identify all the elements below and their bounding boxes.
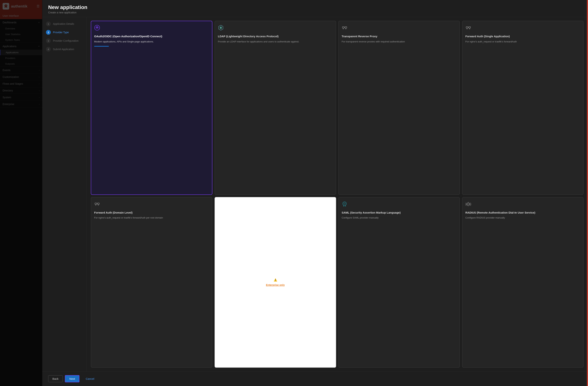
- step-3-label: Provider Configuration: [53, 39, 79, 42]
- step-2-label: Provider Type: [53, 31, 69, 34]
- svg-rect-15: [95, 203, 97, 204]
- ldap-name: LDAP (Lightweight Directory Access Proto…: [218, 35, 333, 38]
- transparent-proxy-desc: For transparent reverse proxies with req…: [342, 40, 457, 43]
- red-accent-bar: [587, 0, 588, 386]
- saml-name: SAML (Security Assertion Markup Language…: [342, 211, 457, 214]
- forward-auth-single-desc: For nginx's auth_request or traefik's fo…: [465, 40, 580, 43]
- dialog-header: New application Create a new application: [42, 0, 588, 17]
- svg-point-20: [468, 204, 469, 204]
- dialog-overlay: New application Create a new application…: [0, 0, 588, 386]
- step-4-num: 4: [46, 47, 51, 52]
- radius-desc: Configure RADIUS provider manually: [465, 216, 580, 219]
- step-4-label: Submit Application: [53, 48, 74, 51]
- svg-rect-8: [345, 27, 347, 28]
- svg-rect-7: [342, 27, 344, 28]
- forward-auth-domain-name: Forward Auth (Domain Level): [94, 211, 209, 214]
- svg-point-17: [95, 205, 96, 206]
- next-button[interactable]: Next: [65, 375, 80, 382]
- dialog-footer: Back Next Cancel: [42, 371, 588, 386]
- provider-forward-auth-domain[interactable]: Forward Auth (Domain Level) For nginx's …: [91, 197, 212, 368]
- svg-rect-11: [466, 27, 468, 28]
- oauth2-desc: Modern applications, APIs and Single-pag…: [94, 40, 209, 43]
- saml-icon: [342, 201, 457, 208]
- cancel-button[interactable]: Cancel: [82, 376, 98, 382]
- svg-point-19: [344, 203, 345, 204]
- forward-auth-single-name: Forward Auth (Single Application): [465, 35, 580, 38]
- provider-saml[interactable]: SAML (Security Assertion Markup Language…: [338, 197, 460, 368]
- provider-enterprise[interactable]: ⚠️ Enterprise only: [214, 197, 336, 368]
- step-3-num: 3: [46, 39, 51, 43]
- oauth2-selected-bar: [94, 46, 109, 47]
- step-1-num: 1: [46, 21, 51, 26]
- dialog-steps-panel: 1 Application Details 2 Provider Type 3 …: [42, 17, 86, 371]
- dialog-title: New application: [48, 4, 582, 10]
- enterprise-warning-icon: ⚠️: [273, 278, 277, 282]
- enterprise-only-label: Enterprise only: [266, 284, 285, 287]
- step-4: 4 Submit Application: [46, 47, 83, 52]
- step-2: 2 Provider Type: [46, 30, 83, 35]
- provider-type-grid: OAuth2/OIDC (Open Authorization/OpenID C…: [91, 21, 584, 368]
- dialog-body: 1 Application Details 2 Provider Type 3 …: [42, 17, 588, 371]
- radius-name: RADIUS (Remote Authentication Dial-In Us…: [465, 211, 580, 214]
- oauth2-icon: [94, 25, 209, 32]
- step-1: 1 Application Details: [46, 21, 83, 26]
- provider-radius[interactable]: RADIUS (Remote Authentication Dial-In Us…: [462, 197, 584, 368]
- oauth2-name: OAuth2/OIDC (Open Authorization/OpenID C…: [94, 35, 209, 38]
- provider-transparent-proxy[interactable]: Transparent Reverse Proxy For transparen…: [338, 21, 460, 195]
- dialog-content-area: OAuth2/OIDC (Open Authorization/OpenID C…: [86, 17, 588, 371]
- svg-rect-16: [97, 203, 99, 204]
- transparent-proxy-name: Transparent Reverse Proxy: [342, 35, 457, 38]
- svg-point-9: [343, 28, 344, 29]
- new-application-dialog: New application Create a new application…: [42, 0, 588, 386]
- provider-oauth2[interactable]: OAuth2/OIDC (Open Authorization/OpenID C…: [91, 21, 212, 195]
- forward-auth-domain-icon: [94, 201, 209, 208]
- svg-point-10: [345, 28, 346, 29]
- forward-auth-domain-desc: For nginx's auth_request or traefik's fo…: [94, 216, 209, 219]
- provider-forward-auth-single[interactable]: Forward Auth (Single Application) For ng…: [462, 21, 584, 195]
- ldap-desc: Provide an LDAP interface for applicatio…: [218, 40, 333, 43]
- dialog-subtitle: Create a new application: [48, 11, 582, 14]
- svg-point-14: [469, 28, 470, 29]
- step-3: 3 Provider Configuration: [46, 39, 83, 43]
- enterprise-badge[interactable]: Enterprise only: [266, 284, 285, 287]
- svg-point-13: [467, 28, 467, 29]
- ldap-icon: [218, 25, 333, 32]
- transparent-proxy-icon: [342, 25, 457, 32]
- saml-desc: Configure SAML provider manually: [342, 216, 457, 219]
- step-2-num: 2: [46, 30, 51, 35]
- svg-point-18: [98, 205, 99, 206]
- svg-rect-12: [469, 27, 470, 28]
- forward-auth-single-icon: [465, 25, 580, 32]
- svg-point-6: [220, 27, 221, 28]
- provider-ldap[interactable]: LDAP (Lightweight Directory Access Proto…: [214, 21, 336, 195]
- back-button[interactable]: Back: [48, 375, 63, 382]
- radius-icon: [465, 201, 580, 208]
- step-1-label: Application Details: [53, 22, 74, 25]
